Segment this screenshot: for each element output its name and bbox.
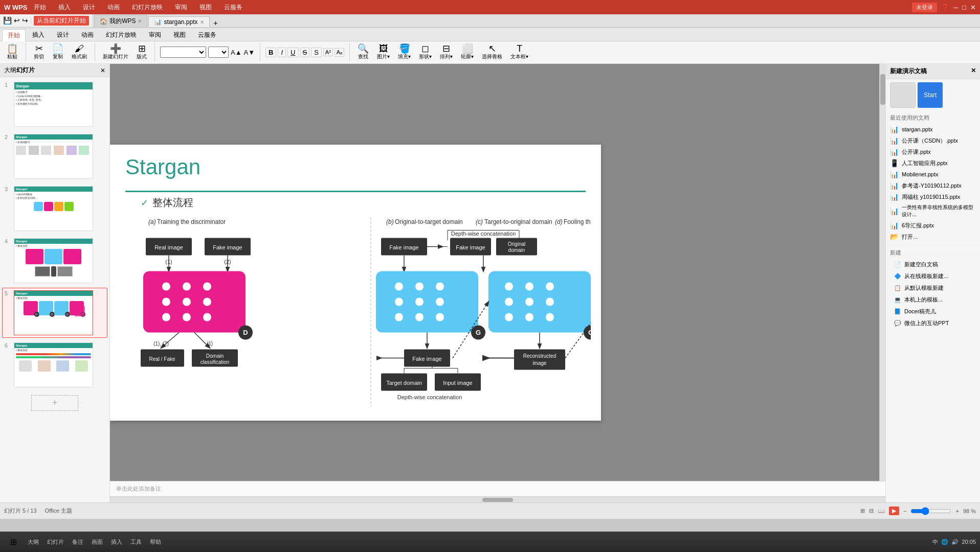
tab-insert[interactable]: 插入	[27, 29, 50, 41]
doc-item-0[interactable]: 📊 stargan.pptx	[890, 124, 976, 135]
slide-canvas[interactable]: Stargan ✓ 整体流程	[110, 145, 601, 421]
decrease-font-btn[interactable]: A▼	[244, 49, 255, 56]
font-select[interactable]	[160, 47, 206, 58]
start-button[interactable]: Start	[918, 82, 943, 108]
vertical-scrollbar[interactable]	[879, 64, 885, 481]
taskbar-notes[interactable]: 备注	[69, 534, 86, 550]
menu-design[interactable]: 设计	[81, 2, 97, 13]
layout-btn[interactable]: ⊞版式	[134, 42, 149, 62]
h-scroll-thumb[interactable]	[482, 498, 513, 502]
doc-item-1[interactable]: 📊 公开课（CSDN）.pptx	[890, 135, 976, 146]
tab-animation[interactable]: 动画	[76, 29, 99, 41]
menu-insert[interactable]: 插入	[56, 2, 73, 13]
find-btn[interactable]: 🔍查找	[355, 42, 371, 62]
doc-item-4[interactable]: 📊 Mobilenet.pptx	[890, 169, 976, 180]
doc-item-3[interactable]: 📱 人工智能应用.pptx	[890, 157, 976, 169]
scroll-thumb[interactable]	[880, 74, 885, 105]
doc-item-7[interactable]: 📊 一类性有界非线性系统的多模型设计...	[890, 202, 976, 220]
close-stargan-tab[interactable]: ✕	[200, 19, 204, 25]
arrange-btn[interactable]: ⊟排列▾	[437, 42, 455, 62]
close-panel-btn[interactable]: ✕	[100, 67, 105, 74]
taskbar-outline[interactable]: 大纲	[25, 534, 42, 550]
add-slide-btn[interactable]: +	[31, 395, 79, 411]
italic-btn[interactable]: I	[278, 48, 286, 57]
docer-btn[interactable]: 📘 Docer稿壳儿	[890, 306, 976, 317]
zoom-slider[interactable]	[910, 508, 951, 515]
font-size-select[interactable]	[208, 47, 229, 58]
menu-start[interactable]: 开始	[32, 2, 48, 13]
subscript-btn[interactable]: A₂	[335, 48, 344, 57]
wechat-ppt-btn[interactable]: 💬 微信上的互动PPT	[890, 317, 976, 329]
maximize-btn[interactable]: □	[962, 4, 966, 11]
zoom-in-btn[interactable]: +	[955, 508, 959, 514]
redo-icon[interactable]: ↪	[22, 16, 28, 25]
menu-slideshow[interactable]: 幻灯片放映	[130, 2, 165, 13]
shape-btn[interactable]: ◻形状▾	[416, 42, 434, 62]
slide-item-4[interactable]: 4 Stargan • 整体流程	[2, 236, 107, 286]
picture-btn[interactable]: 🖼图片▾	[374, 42, 392, 62]
format-copy-btn[interactable]: 🖌格式刷	[69, 42, 90, 62]
new-slide-btn[interactable]: ➕新建幻灯片	[100, 42, 131, 62]
horizontal-scrollbar[interactable]	[110, 496, 885, 502]
slides-tab[interactable]: 幻灯片	[16, 66, 35, 75]
taskbar-slides[interactable]: 幻灯片	[44, 534, 67, 550]
new-online-btn[interactable]: 🔷 从在线模板新建...	[890, 270, 976, 282]
textbox-btn[interactable]: T文本框▾	[508, 42, 531, 62]
menu-review[interactable]: 审阅	[173, 2, 189, 13]
tab-design[interactable]: 设计	[51, 29, 75, 41]
minimize-btn[interactable]: ─	[953, 4, 958, 11]
superscript-btn[interactable]: A²	[323, 48, 333, 56]
slide-item-2[interactable]: 2 Stargan • 多领域数字	[2, 131, 107, 181]
slide-item-1[interactable]: 1 Stargan • 动画数字 • Cycle-GAN实现图像... • 人脸…	[2, 79, 107, 129]
cut-btn[interactable]: ✂剪切	[31, 42, 47, 62]
notes-area[interactable]: 单击此处添加备注	[110, 481, 885, 496]
doc-item-2[interactable]: 📊 公开课.pptx	[890, 146, 976, 157]
taskbar-view[interactable]: 画面	[88, 534, 106, 550]
select-btn[interactable]: ↖选择善格	[479, 42, 505, 62]
doc-item-6[interactable]: 📊 周磁柱 y10190115.pptx	[890, 191, 976, 202]
doc-item-8[interactable]: 📊 6导汇报.pptx	[890, 220, 976, 231]
slide-item-5[interactable]: 5 Stargan • 整体流程 D G G	[2, 288, 107, 338]
taskbar-help[interactable]: 帮助	[147, 534, 164, 550]
fill-btn[interactable]: 🪣填充▾	[395, 42, 413, 62]
file-tab-wps[interactable]: 🏠 我的WPS ✕	[94, 15, 147, 27]
close-btn[interactable]: ✕	[970, 4, 976, 11]
menu-animation[interactable]: 动画	[105, 2, 122, 13]
close-right-panel-btn[interactable]: ✕	[971, 67, 976, 74]
view-normal-btn[interactable]: ⊞	[860, 508, 865, 514]
add-tab-btn[interactable]: +	[211, 19, 221, 27]
tab-cloud[interactable]: 云服务	[192, 29, 222, 41]
tab-review[interactable]: 审阅	[143, 29, 167, 41]
slide-item-3[interactable]: 3 Stargan • starGAN整体 • 多特征联合训练...	[2, 183, 107, 234]
view-present-btn[interactable]: ▶	[889, 507, 899, 515]
new-default-btn[interactable]: 📋 从默认模板新建	[890, 282, 976, 294]
help-icon[interactable]: ❓	[941, 4, 949, 11]
zoom-out-btn[interactable]: −	[903, 508, 906, 514]
undo-icon[interactable]: ↩	[14, 16, 20, 25]
start-btn[interactable]: ⊞	[4, 534, 23, 550]
outline-tab[interactable]: 大纲	[4, 66, 16, 75]
doc-item-5[interactable]: 📊 参考遗-Y10190112.pptx	[890, 180, 976, 191]
save-icon[interactable]: 💾	[3, 16, 12, 25]
bold-btn[interactable]: B	[265, 48, 276, 57]
taskbar-insert[interactable]: 插入	[108, 534, 125, 550]
copy-btn[interactable]: 📄复制	[50, 42, 66, 62]
view-read-btn[interactable]: 📖	[878, 508, 885, 514]
taskbar-tools[interactable]: 工具	[127, 534, 145, 550]
outline-btn[interactable]: ⬜轮廓▾	[458, 42, 476, 62]
new-blank-btn[interactable]: 📄 新建空白文稿	[890, 259, 976, 270]
underline-btn[interactable]: U	[287, 48, 298, 57]
menu-view[interactable]: 视图	[197, 2, 214, 13]
login-btn[interactable]: 未登录	[912, 3, 937, 12]
tab-slideshow[interactable]: 幻灯片放映	[100, 29, 142, 41]
slide-item-6[interactable]: 6 Stargan • 整体流程	[2, 340, 107, 390]
paste-btn[interactable]: 📋 粘贴	[4, 42, 20, 62]
file-tab-stargan[interactable]: 📊 stargan.pptx ✕	[148, 16, 209, 27]
quick-start-icon[interactable]: 从当前幻灯片开始	[34, 16, 89, 26]
strikethrough-btn[interactable]: S	[300, 48, 310, 57]
tab-view[interactable]: 视图	[168, 29, 191, 41]
close-wps-tab[interactable]: ✕	[138, 18, 142, 24]
shadow-btn[interactable]: S	[311, 48, 322, 57]
tab-home[interactable]: 开始	[2, 29, 26, 41]
new-local-btn[interactable]: 💻 本机上的模板...	[890, 294, 976, 306]
